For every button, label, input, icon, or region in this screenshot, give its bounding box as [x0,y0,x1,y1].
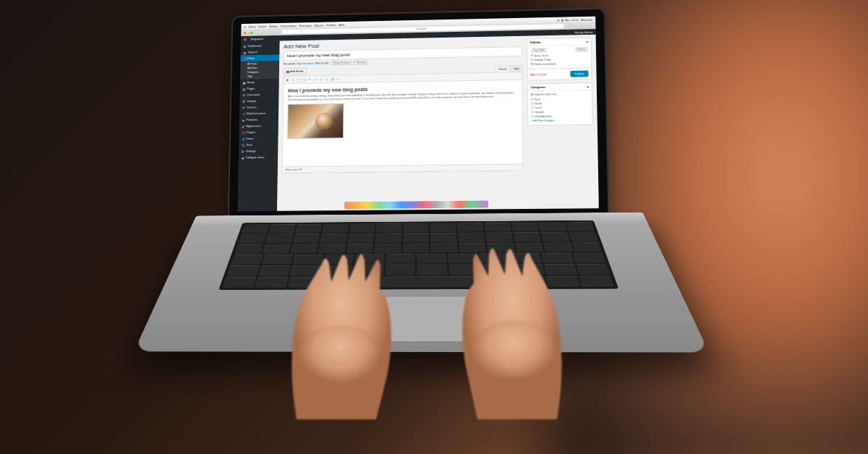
schedule-row: 📅 Publish immediately [530,61,588,67]
maximize-window-button[interactable] [251,32,253,34]
post-image-coffee[interactable] [287,103,344,139]
publish-button[interactable]: Publish [570,70,588,77]
metabox-column: Publish ▴ Save Draft Preview 📍 Status: D… [527,38,595,206]
clock[interactable]: Mer. 12:22 [565,18,579,22]
word-count: Word count: 81 [285,168,302,171]
align-left-button[interactable]: ≡ [313,77,318,82]
main-content: Add New Post How I promote my new blog p… [277,35,599,211]
tab-visual[interactable]: Visual [495,66,510,72]
align-center-button[interactable]: ≡ [319,77,323,82]
menu-edit[interactable]: Édition [269,24,278,27]
woo-icon: 🛒 [242,112,245,115]
view-post-button[interactable]: View Post [354,61,368,65]
collapse-icon[interactable]: ▴ [587,85,589,88]
categories-body: All Categories | Most Used ☐ Food ☐ Heal… [528,90,592,125]
admin-sidebar: ⊞Dashboard ◉Jetpack 📌Posts All Posts Add… [237,41,279,212]
wifi-icon[interactable]: ◈ [557,18,559,22]
svg-point-1 [469,320,558,395]
greeting[interactable]: Howdy, Admin [574,30,592,34]
svg-point-0 [297,325,383,398]
tools-icon: 🔧 [242,143,244,146]
screen-bezel: ● Safari Fichier Édition Présentation Hi… [228,8,610,217]
sidebar-collapse[interactable]: ◀Collapse menu [239,154,278,160]
permalink-url[interactable]: https://localhost:7888/?p=386 [297,62,328,66]
trash-link[interactable]: Move to Trash [530,73,546,76]
more-button[interactable]: ⋯ [336,77,340,81]
cat-tab-used[interactable]: Most Used [546,93,556,95]
submenu-tags[interactable]: Tags [247,74,279,78]
battery-icon[interactable]: ▮ [561,18,563,22]
add-category-link[interactable]: + Add New Category [531,118,590,123]
apple-icon[interactable]: ● [244,25,245,28]
tab-text[interactable]: Text [510,65,522,72]
add-media-button[interactable]: 📷 Add Media [284,68,307,74]
appearance-icon: 🖌 [242,124,245,127]
post-paragraph: After I have finished writing, editing, … [288,91,518,102]
user-name[interactable]: Macbook [581,17,592,21]
align-right-button[interactable]: ≡ [325,77,329,82]
listings-icon: ☰ [242,100,245,103]
macos-dock[interactable] [344,200,488,209]
dashboard-icon: ⊞ [244,45,247,48]
plugins-icon: 🔌 [242,131,244,134]
laptop-screen: ● Safari Fichier Édition Présentation Hi… [237,17,598,212]
categories-metabox: Categories ▴ All Categories | Most Used … [527,82,593,126]
menu-bookmarks[interactable]: Signets [315,23,324,27]
products-icon: ◈ [242,119,245,121]
collapse-icon: ◀ [242,156,244,159]
wp-body: ⊞Dashboard ◉Jetpack 📌Posts All Posts Add… [237,35,598,212]
menu-help[interactable]: Aide [339,22,344,26]
publish-metabox: Publish ▴ Save Draft Preview 📍 Status: D… [527,38,592,81]
site-name[interactable]: Blogstacle [250,37,263,40]
settings-icon: ⚙ [242,150,244,153]
collapse-icon[interactable]: ▴ [587,40,588,43]
laptop-base [134,213,710,353]
app-name[interactable]: Safari [248,25,255,28]
pin-icon: 📌 [243,57,246,60]
posts-submenu: All Posts Add New Categories Tags [240,61,279,80]
publish-actions: Move to Trash Publish [527,68,591,80]
menu-view[interactable]: Présentation [281,24,297,27]
preview-button[interactable]: Preview [576,47,588,51]
link-button[interactable]: 🔗 [330,77,334,82]
minimize-window-button[interactable] [247,32,250,34]
editor-tabs: Visual Text [495,65,522,72]
contact-icon: ✉ [242,106,245,108]
right-hand [434,224,586,419]
menu-window[interactable]: Fenêtre [326,23,336,27]
jetpack-icon: ◉ [244,51,247,53]
users-icon: 👤 [242,137,244,140]
editor-column: Add New Post How I promote my new blog p… [281,39,524,208]
comments-icon: 🗨 [242,93,245,96]
bold-button[interactable]: B [285,78,289,82]
wp-logo-icon[interactable]: ⓦ [244,37,247,40]
menu-history[interactable]: Historique [299,23,311,27]
save-draft-button[interactable]: Save Draft [532,48,546,53]
italic-button[interactable]: I [291,77,295,82]
cat-tab-all[interactable]: All Categories [531,93,545,96]
change-permalink-button[interactable]: Change Permalink [331,61,352,65]
bullet-list-button[interactable]: ⋮⋮ [297,77,301,82]
close-window-button[interactable] [244,32,246,34]
pages-icon: ▤ [243,87,246,90]
quote-button[interactable]: ❝ [307,77,312,82]
menu-file[interactable]: Fichier [258,25,267,28]
editor-body[interactable]: How I promote my new blog posts After I … [282,80,524,167]
publish-body: Save Draft Preview 📍 Status: Draft 👁 Vis… [527,45,591,69]
number-list-button[interactable]: ⋮≡ [302,77,307,82]
window-controls [244,32,252,34]
left-hand [268,231,412,419]
media-icon: ▣ [243,81,246,84]
